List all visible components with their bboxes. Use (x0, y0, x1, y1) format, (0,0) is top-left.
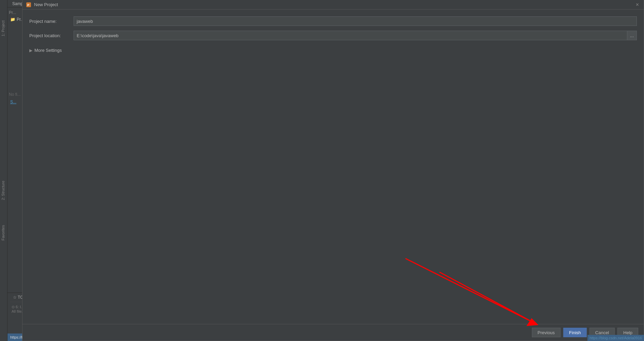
dialog-title-text: New Project (34, 2, 58, 7)
more-settings-toggle[interactable]: ▶ More Settings (29, 45, 637, 56)
sidebar-tab-project[interactable]: 1: Project (1, 20, 5, 36)
project-location-row: Project location: ... (29, 31, 637, 40)
project-location-label: Project location: (29, 33, 74, 38)
project-location-input[interactable] (74, 31, 627, 40)
project-name-label: Project name: (29, 19, 74, 24)
no-files-link[interactable]: S... (10, 100, 16, 104)
svg-text:P: P (27, 3, 29, 7)
sidebar-tab-structure[interactable]: 2: Structure (1, 181, 5, 200)
dialog-titlebar: P New Project × (22, 0, 644, 10)
project-name-input[interactable] (74, 16, 637, 26)
no-files-text: No fi... (9, 92, 21, 97)
project-panel-label: Pr... (9, 10, 16, 15)
watermark-url: https://blog.csdn.net/Adela0916 (587, 335, 644, 341)
previous-button[interactable]: Previous (532, 328, 561, 337)
dialog-body: Project name: Project location: ... ▶ Mo… (22, 10, 644, 324)
more-settings-label: More Settings (34, 48, 62, 53)
finish-button[interactable]: Finish (563, 328, 587, 337)
left-sidebar-strip: 1: Project 2: Structure Favorites (0, 0, 7, 341)
browse-button[interactable]: ... (627, 31, 637, 40)
new-project-icon: P (26, 2, 31, 8)
project-location-field: ... (74, 31, 637, 40)
dialog-title-section: P New Project (26, 2, 58, 8)
chevron-right-icon: ▶ (29, 48, 32, 53)
dialog-close-button[interactable]: × (634, 2, 640, 8)
sidebar-tab-favorites[interactable]: Favorites (1, 225, 5, 240)
project-name-row: Project name: (29, 16, 637, 26)
new-project-dialog: P New Project × Project name: Project lo… (22, 0, 644, 341)
dialog-footer: Previous Finish Cancel Help (22, 324, 644, 341)
